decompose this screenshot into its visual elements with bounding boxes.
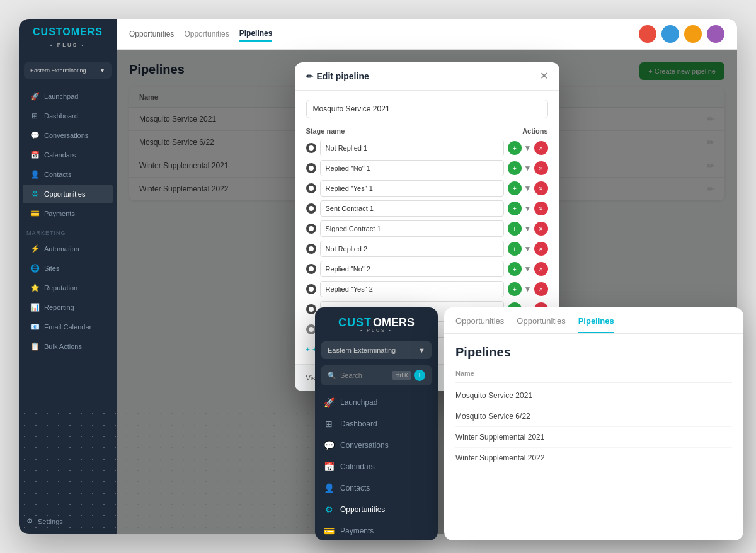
stage-input[interactable] [320, 220, 504, 237]
delete-stage-button[interactable]: × [534, 222, 548, 236]
fg-nav-opportunities[interactable]: ⚙Opportunities [315, 499, 438, 520]
filter-icon[interactable]: ▼ [524, 184, 532, 193]
email-calendar-icon: 📧 [30, 322, 39, 331]
delete-stage-button[interactable]: × [534, 161, 548, 175]
filter-icon[interactable]: ▼ [524, 265, 532, 273]
filter-icon[interactable]: ▼ [524, 244, 532, 253]
fg-nav-label: Conversations [340, 441, 389, 450]
launchpad-icon: 🚀 [324, 397, 334, 408]
tab-opportunities[interactable]: Opportunities [184, 27, 229, 41]
stage-check [306, 163, 316, 173]
sidebar-item-label: Payments [44, 210, 75, 217]
fg-panel-title: Pipelines [455, 345, 732, 360]
fg-logo: CUST OMERS • PLUS • [315, 307, 438, 341]
payments-icon: 💳 [324, 526, 334, 536]
sidebar-item-payments[interactable]: 💳Payments [23, 204, 113, 223]
add-stage-button[interactable]: + [508, 141, 522, 155]
fg-tab-opportunities-sub[interactable]: Opportunities [517, 316, 565, 333]
filter-icon[interactable]: ▼ [524, 144, 532, 152]
add-stage-button[interactable]: + [508, 161, 522, 175]
stage-input[interactable] [320, 241, 504, 257]
fg-nav-calendars[interactable]: 📅Calendars [315, 456, 438, 477]
sidebar-item-calendars[interactable]: 📅Calendars [23, 145, 113, 164]
fg-panel-header: Opportunities Opportunities Pipelines [444, 307, 743, 334]
sidebar-item-email-calendar[interactable]: 📧Email Calendar [23, 317, 113, 336]
stage-input[interactable] [320, 160, 504, 176]
stage-check [306, 143, 316, 153]
header-tabs: Opportunities Opportunities Pipelines [129, 26, 272, 42]
fg-nav-launchpad[interactable]: 🚀Launchpad [315, 392, 438, 413]
avatar-3 [684, 25, 702, 43]
pipeline-name-input[interactable] [306, 100, 548, 118]
delete-stage-button[interactable]: × [534, 181, 548, 195]
add-stage-button[interactable]: + [508, 222, 522, 236]
fg-chevron-icon: ▼ [418, 346, 425, 354]
fg-nav-payments[interactable]: 💳Payments [315, 520, 438, 540]
foreground-main-panel-card: Opportunities Opportunities Pipelines Pi… [444, 307, 743, 540]
stage-input[interactable] [320, 180, 504, 197]
filter-icon[interactable]: ▼ [524, 164, 532, 173]
delete-stage-button[interactable]: × [534, 141, 548, 155]
calendars-icon: 📅 [324, 462, 334, 472]
add-stage-button[interactable]: + [508, 181, 522, 195]
sidebar-item-opportunities[interactable]: ⚙Opportunities [23, 185, 113, 203]
delete-stage-button[interactable]: × [534, 202, 548, 215]
stage-input[interactable] [320, 261, 504, 277]
fg-logo-omers: OMERS [373, 316, 415, 329]
stage-input[interactable] [320, 140, 504, 156]
close-button[interactable]: ✕ [540, 71, 548, 81]
stage-check [306, 224, 316, 234]
add-stage-button[interactable]: + [508, 262, 522, 276]
sidebar-item-bulk-actions[interactable]: 📋Bulk Actions [23, 337, 113, 356]
delete-stage-button[interactable]: × [534, 242, 548, 256]
add-stage-button[interactable]: + [508, 202, 522, 215]
sidebar-item-launchpad[interactable]: 🚀Launchpad [23, 87, 113, 106]
fg-tab-pipelines[interactable]: Pipelines [578, 316, 614, 333]
filter-icon[interactable]: ▼ [524, 285, 532, 294]
sidebar-item-reporting[interactable]: 📊Reporting [23, 298, 113, 317]
sidebar-company[interactable]: Eastern Exterminating ▼ [24, 62, 112, 79]
filter-icon[interactable]: ▼ [524, 204, 532, 213]
stage-actions: + ▼ × [508, 181, 548, 195]
reputation-icon: ⭐ [30, 283, 39, 292]
sidebar-item-automation[interactable]: ⚡Automation [23, 239, 113, 258]
sidebar-item-sites[interactable]: 🌐Sites [23, 259, 113, 278]
tab-pipelines[interactable]: Pipelines [239, 26, 273, 42]
bulk-actions-icon: 📋 [30, 342, 39, 351]
stage-actions: + ▼ × [508, 141, 548, 155]
fg-add-button[interactable]: + [414, 370, 425, 381]
avatar-1 [639, 25, 656, 43]
stage-check [306, 183, 316, 193]
sidebar-item-reputation[interactable]: ⭐Reputation [23, 278, 113, 297]
stage-row: + ▼ × [306, 220, 548, 237]
sidebar-item-label: Dashboard [44, 112, 78, 120]
sidebar-item-contacts[interactable]: 👤Contacts [23, 165, 113, 184]
stage-actions: + ▼ × [508, 282, 548, 296]
sidebar-item-label: Calendars [44, 151, 76, 159]
fg-company[interactable]: Eastern Exterminating ▼ [321, 341, 432, 359]
add-stage-button[interactable]: + [508, 242, 522, 256]
actions-label: Actions [522, 127, 547, 135]
stage-actions: + ▼ × [508, 222, 548, 236]
delete-stage-button[interactable]: × [534, 282, 548, 296]
calendars-icon: 📅 [30, 151, 39, 159]
sidebar-item-conversations[interactable]: 💬Conversations [23, 126, 113, 145]
fg-search[interactable]: 🔍 Search ctrl K + [321, 365, 432, 385]
stage-row: + ▼ × [306, 180, 548, 197]
fg-tab-opportunities-main[interactable]: Opportunities [455, 316, 504, 333]
sidebar-item-dashboard[interactable]: ⊞Dashboard [23, 106, 113, 125]
filter-icon[interactable]: ▼ [524, 224, 532, 233]
fg-nav-dashboard[interactable]: ⊞Dashboard [315, 413, 438, 435]
fg-nav-label: Dashboard [340, 419, 377, 428]
edit-icon: ✏ [306, 72, 313, 81]
avatar-4 [707, 25, 724, 43]
fg-nav-contacts[interactable]: 👤Contacts [315, 477, 438, 499]
stage-input[interactable] [320, 281, 504, 297]
payments-icon: 💳 [30, 209, 39, 218]
fg-search-label: Search [340, 372, 362, 379]
fg-nav-conversations[interactable]: 💬Conversations [315, 435, 438, 456]
stage-input[interactable] [320, 200, 504, 217]
add-stage-button[interactable]: + [508, 282, 522, 296]
chevron-icon: ▼ [100, 67, 105, 74]
delete-stage-button[interactable]: × [534, 262, 548, 276]
